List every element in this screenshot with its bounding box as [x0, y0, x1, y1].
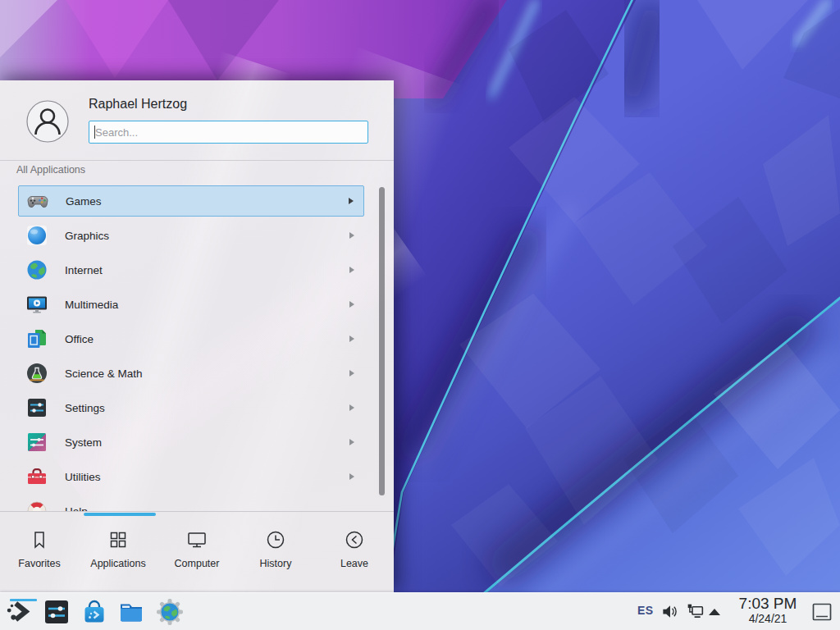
- application-launcher-panel: Raphael Hertzog All Applications Games G…: [0, 80, 394, 592]
- network-icon[interactable]: [686, 602, 705, 621]
- tab-label: Computer: [175, 558, 220, 569]
- active-task-indicator: [10, 599, 37, 601]
- discover-bag-icon: [80, 598, 109, 626]
- system-settings-icon: [42, 598, 71, 626]
- lifebuoy-icon: [25, 500, 48, 511]
- tab-favorites[interactable]: Favorites: [0, 512, 79, 592]
- tab-applications[interactable]: Applications: [79, 512, 158, 592]
- chevron-right-icon: [349, 232, 354, 239]
- section-label: All Applications: [16, 164, 85, 176]
- tab-label: History: [260, 558, 292, 569]
- volume-icon[interactable]: [660, 602, 679, 621]
- folder-icon: [116, 598, 146, 626]
- tab-leave[interactable]: Leave: [315, 512, 394, 592]
- category-label: System: [65, 436, 102, 449]
- category-label: Multimedia: [65, 299, 118, 311]
- category-row[interactable]: Internet: [0, 253, 394, 287]
- computer-icon: [186, 529, 208, 550]
- text-caret: [94, 126, 95, 139]
- category-row[interactable]: Graphics: [0, 218, 394, 253]
- toolbox-icon: [25, 465, 48, 488]
- category-row[interactable]: Multimedia: [0, 287, 394, 322]
- app-grid-icon: [107, 529, 129, 550]
- category-label: Graphics: [65, 230, 109, 242]
- file-manager-button[interactable]: [116, 597, 146, 628]
- globe-icon: [25, 258, 48, 281]
- desktop: Raphael Hertzog All Applications Games G…: [0, 0, 840, 630]
- tab-computer[interactable]: Computer: [158, 512, 236, 592]
- chevron-right-icon: [349, 370, 354, 377]
- user-name: Raphael Hertzog: [89, 97, 187, 112]
- keyboard-layout-indicator[interactable]: ES: [637, 604, 654, 617]
- category-label: Utilities: [65, 471, 101, 483]
- category-label: Games: [66, 195, 102, 208]
- category-label: Science & Math: [65, 368, 143, 380]
- taskbar: ES 7:03 PM 4/24/21: [0, 592, 840, 630]
- tab-label: Favorites: [18, 558, 60, 569]
- search-input[interactable]: [89, 121, 368, 144]
- documents-icon: [25, 327, 48, 350]
- leave-icon: [344, 529, 365, 550]
- chevron-right-icon: [349, 301, 354, 308]
- application-launcher-button[interactable]: [4, 597, 34, 628]
- flask-icon: [25, 362, 48, 385]
- history-clock-icon: [265, 529, 286, 550]
- tab-bar: Favorites Applications Computer History …: [0, 512, 394, 592]
- show-desktop-button[interactable]: [810, 600, 833, 623]
- tab-history[interactable]: History: [236, 512, 315, 592]
- digital-clock[interactable]: 7:03 PM 4/24/21: [733, 595, 803, 625]
- clock-date: 4/24/21: [733, 612, 803, 625]
- web-browser-button[interactable]: [155, 597, 185, 628]
- category-row[interactable]: Utilities: [0, 459, 394, 494]
- chevron-right-icon: [349, 198, 354, 204]
- scrollbar-thumb[interactable]: [379, 187, 385, 495]
- category-label: Office: [65, 333, 94, 345]
- system-settings-button[interactable]: [42, 597, 71, 628]
- category-label: Help: [65, 505, 88, 512]
- category-list: Games Graphics Internet Multimedia Offic…: [0, 184, 394, 511]
- chevron-right-icon: [349, 267, 354, 273]
- chevron-right-icon: [349, 404, 354, 411]
- clock-time: 7:03 PM: [733, 595, 803, 612]
- globe-gear-icon: [155, 598, 185, 626]
- tab-label: Leave: [340, 558, 368, 569]
- chevron-right-icon: [349, 473, 354, 480]
- tab-label: Applications: [90, 558, 145, 569]
- expand-tray-icon[interactable]: [707, 605, 722, 617]
- header-divider: [0, 160, 394, 161]
- discover-button[interactable]: [80, 597, 109, 628]
- sliders-icon: [25, 396, 48, 419]
- category-row[interactable]: Games: [0, 184, 394, 218]
- paint-sphere-icon: [25, 224, 48, 247]
- chevron-right-icon: [349, 439, 354, 445]
- system-sliders-icon: [25, 431, 48, 454]
- category-row[interactable]: System: [0, 425, 394, 459]
- media-screen-icon: [25, 293, 48, 316]
- category-label: Settings: [65, 402, 105, 414]
- bookmark-icon: [29, 529, 50, 550]
- chevron-right-icon: [349, 336, 354, 342]
- user-avatar[interactable]: [26, 100, 69, 143]
- category-row[interactable]: Office: [0, 322, 394, 356]
- category-row[interactable]: Science & Math: [0, 356, 394, 390]
- category-label: Internet: [65, 264, 103, 276]
- category-row[interactable]: Settings: [0, 390, 394, 425]
- category-row[interactable]: Help: [0, 494, 394, 511]
- kickoff-icon: [4, 598, 34, 626]
- gamepad-icon: [26, 189, 49, 212]
